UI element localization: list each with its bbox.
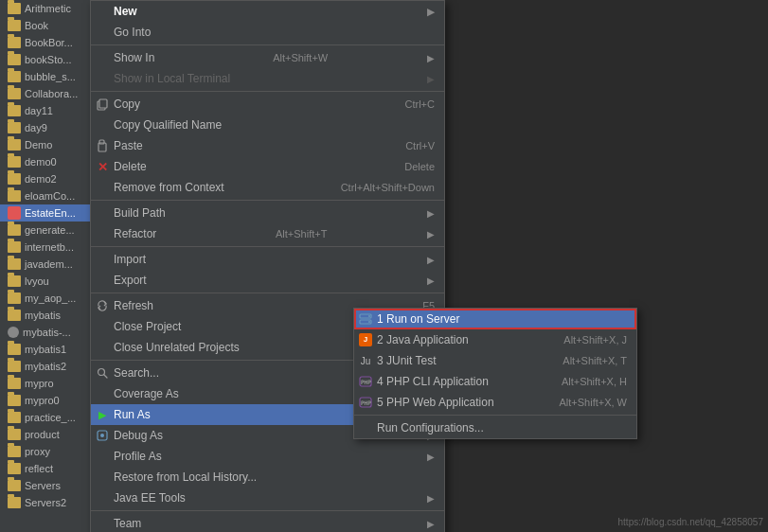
shortcut: Alt+Shift+T	[257, 228, 327, 239]
folder-icon	[8, 344, 21, 355]
watermark: https://blog.csdn.net/qq_42858057	[618, 517, 763, 527]
submenu-label: 1 Run on Server	[377, 312, 459, 326]
sidebar-item-servers[interactable]: Servers	[0, 477, 94, 494]
sidebar-item-lvyou[interactable]: lvyou	[0, 273, 94, 290]
sidebar-item-eloam[interactable]: eloamCo...	[0, 187, 94, 204]
sidebar-item-mybatis2[interactable]: mybatis2	[0, 358, 94, 375]
sidebar-item-mypro0[interactable]: mypro0	[0, 392, 94, 409]
project-tree: Arithmetic Book BookBor... bookSto... bu…	[0, 0, 95, 532]
shortcut: Ctrl+C	[386, 98, 435, 110]
menu-item-build-path[interactable]: Build Path ▶	[91, 203, 444, 223]
sidebar-item-mybatis[interactable]: mybatis	[0, 307, 94, 324]
separator	[91, 246, 444, 247]
sidebar-label: bubble_s...	[25, 71, 76, 82]
folder-icon	[8, 71, 21, 82]
folder-icon	[8, 190, 21, 202]
sidebar-item-proxy[interactable]: proxy	[0, 443, 94, 460]
sidebar-label: bookSto...	[25, 54, 72, 65]
shortcut: Alt+Shift+X, H	[552, 376, 627, 387]
sidebar-item-collabora[interactable]: Collabora...	[0, 85, 94, 102]
sidebar-label: practice_...	[25, 412, 76, 423]
menu-item-copy[interactable]: Copy Ctrl+C	[91, 94, 444, 115]
sidebar-item-day11[interactable]: day11	[0, 102, 94, 119]
server-icon	[358, 311, 373, 327]
menu-item-profile-as[interactable]: Profile As ▶	[91, 446, 444, 467]
sidebar-label: generate...	[25, 224, 75, 236]
arrow-icon: ▶	[427, 452, 435, 462]
sidebar-item-mybatis-dash[interactable]: mybatis-...	[0, 324, 94, 341]
sidebar-label: my_aop_...	[25, 293, 76, 304]
debug-icon	[95, 428, 110, 443]
menu-item-new[interactable]: New ▶	[91, 1, 444, 22]
sidebar-item-myaop[interactable]: my_aop_...	[0, 290, 94, 307]
sidebar-item-bookbor[interactable]: BookBor...	[0, 34, 94, 51]
arrow-icon: ▶	[427, 7, 435, 17]
sidebar-item-product[interactable]: product	[0, 426, 94, 443]
sidebar-label: reflect	[25, 463, 53, 474]
sidebar-item-booksto[interactable]: bookSto...	[0, 51, 94, 68]
php-cli-icon: PHP	[358, 374, 373, 389]
sidebar-item-book[interactable]: Book	[0, 17, 94, 34]
menu-item-import[interactable]: Import ▶	[91, 249, 444, 270]
sidebar-label: Servers	[25, 480, 61, 491]
folder-icon	[8, 446, 21, 457]
folder-icon	[8, 463, 21, 474]
sidebar-label: Arithmetic	[25, 3, 71, 14]
sidebar-item-demo0[interactable]: demo0	[0, 153, 94, 170]
submenu-item-junit[interactable]: Ju 3 JUnit Test Alt+Shift+X, T	[354, 350, 636, 371]
folder-icon	[8, 412, 21, 423]
folder-icon	[8, 293, 21, 304]
separator	[91, 44, 444, 45]
sidebar-item-demo2[interactable]: demo2	[0, 170, 94, 187]
sidebar-item-practice[interactable]: practice_...	[0, 409, 94, 426]
sidebar-item-day9[interactable]: day9	[0, 119, 94, 136]
menu-item-restore-local[interactable]: Restore from Local History...	[91, 467, 444, 488]
arrow-icon: ▶	[427, 493, 435, 504]
sidebar-item-mybatis1[interactable]: mybatis1	[0, 341, 94, 358]
sidebar-label: internetb...	[25, 241, 74, 253]
arrow-icon: ▶	[427, 519, 435, 529]
submenu-item-php-cli[interactable]: PHP 4 PHP CLI Application Alt+Shift+X, H	[354, 371, 636, 392]
sidebar-item-mypro[interactable]: mypro	[0, 375, 94, 392]
sidebar-item-demo[interactable]: Demo	[0, 136, 94, 153]
menu-item-delete[interactable]: ✕ Delete Delete	[91, 156, 444, 177]
sidebar-item-bubble[interactable]: bubble_s...	[0, 68, 94, 85]
folder-icon	[8, 37, 21, 48]
sidebar-item-servers2[interactable]: Servers2	[0, 494, 94, 511]
submenu-label: 4 PHP CLI Application	[377, 375, 489, 388]
folder-icon	[8, 275, 21, 287]
menu-item-remove-context[interactable]: Remove from Context Ctrl+Alt+Shift+Down	[91, 177, 444, 198]
submenu-item-java-app[interactable]: J 2 Java Application Alt+Shift+X, J	[354, 329, 636, 350]
sidebar-item-internetb[interactable]: internetb...	[0, 239, 94, 256]
submenu-item-run-on-server[interactable]: 1 Run on Server	[354, 309, 636, 329]
menu-item-paste[interactable]: Paste Ctrl+V	[91, 135, 444, 156]
folder-icon	[8, 480, 21, 491]
submenu-label: 2 Java Application	[377, 333, 469, 346]
menu-item-java-ee-tools[interactable]: Java EE Tools ▶	[91, 488, 444, 508]
sidebar-item-generate[interactable]: generate...	[0, 222, 94, 239]
menu-item-copy-qualified[interactable]: Copy Qualified Name	[91, 115, 444, 135]
menu-item-show-in[interactable]: Show In Alt+Shift+W ▶	[91, 47, 444, 68]
menu-item-show-local-terminal[interactable]: Show in Local Terminal ▶	[91, 68, 444, 89]
sidebar-item-arithmetic[interactable]: Arithmetic	[0, 0, 94, 17]
submenu-item-php-web[interactable]: PHP 5 PHP Web Application Alt+Shift+X, W	[354, 392, 636, 413]
sidebar-label: Demo	[25, 139, 52, 151]
sidebar-label: BookBor...	[25, 37, 73, 48]
folder-icon	[8, 361, 21, 372]
sidebar-item-reflect[interactable]: reflect	[0, 460, 94, 477]
sidebar-item-estate[interactable]: EstateEn...	[0, 204, 94, 222]
menu-item-team[interactable]: Team ▶	[91, 513, 444, 532]
svg-point-7	[100, 434, 104, 437]
sidebar-label: Book	[25, 20, 48, 31]
menu-item-refactor[interactable]: Refactor Alt+Shift+T ▶	[91, 223, 444, 244]
submenu-item-run-configurations[interactable]: Run Configurations...	[354, 417, 636, 438]
menu-item-export[interactable]: Export ▶	[91, 270, 444, 291]
sidebar-item-javadem[interactable]: javadem...	[0, 256, 94, 273]
sidebar-label: proxy	[25, 446, 50, 457]
shortcut: Alt+Shift+X, J	[554, 334, 627, 346]
separator	[91, 91, 444, 92]
svg-point-11	[368, 321, 370, 323]
arrow-icon: ▶	[427, 255, 435, 265]
sidebar-label: demo2	[25, 173, 57, 185]
menu-item-go-into[interactable]: Go Into	[91, 22, 444, 43]
